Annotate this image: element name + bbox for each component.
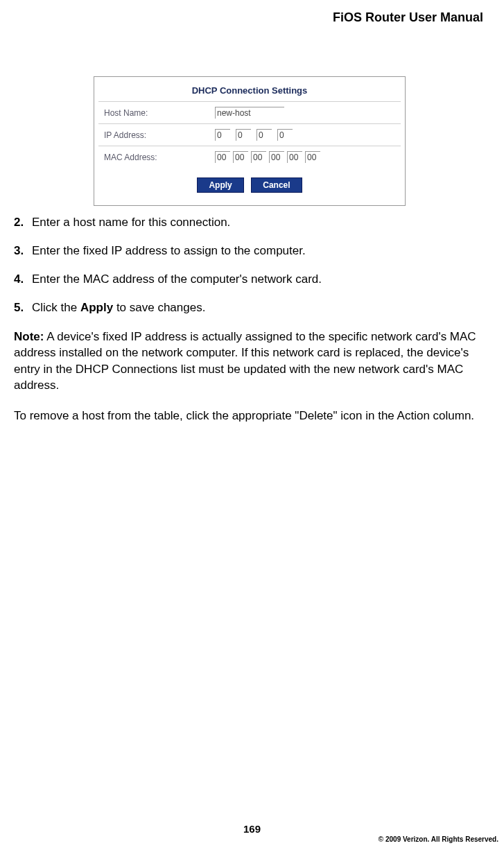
step-number: 4. xyxy=(14,272,32,288)
host-name-input[interactable] xyxy=(215,107,284,119)
dhcp-settings-figure: DHCP Connection Settings Host Name: IP A… xyxy=(94,76,406,206)
mac-address-label: MAC Address: xyxy=(104,153,215,162)
remove-host-paragraph: To remove a host from the table, click t… xyxy=(14,408,483,424)
note-label: Note: xyxy=(14,330,44,343)
page-number: 169 xyxy=(0,823,504,835)
mac-address-row: MAC Address: xyxy=(98,146,401,168)
cancel-button[interactable]: Cancel xyxy=(251,177,302,193)
step-text: Enter the MAC address of the computer's … xyxy=(32,272,483,288)
host-name-label: Host Name: xyxy=(104,108,215,118)
step-3: 3. Enter the fixed IP address to assign … xyxy=(14,243,483,259)
ip-octet-4[interactable] xyxy=(277,129,293,141)
apply-button[interactable]: Apply xyxy=(197,177,243,193)
mac-octet-1[interactable] xyxy=(215,151,230,163)
note-paragraph: Note: A device's fixed IP address is act… xyxy=(14,329,483,394)
host-name-row: Host Name: xyxy=(98,101,401,123)
step-4: 4. Enter the MAC address of the computer… xyxy=(14,272,483,288)
step-number: 3. xyxy=(14,243,32,259)
mac-octet-2[interactable] xyxy=(233,151,248,163)
note-text: A device's fixed IP address is actually … xyxy=(14,330,476,392)
ip-address-label: IP Address: xyxy=(104,130,215,140)
ip-octet-1[interactable] xyxy=(215,129,230,141)
mac-octet-6[interactable] xyxy=(305,151,320,163)
step-text-pre: Click the xyxy=(32,301,80,314)
step-text: Enter the fixed IP address to assign to … xyxy=(32,243,483,259)
step-text-bold: Apply xyxy=(80,301,113,314)
button-row: Apply Cancel xyxy=(98,168,401,201)
ip-address-row: IP Address: xyxy=(98,123,401,146)
mac-octet-3[interactable] xyxy=(251,151,266,163)
copyright-text: © 2009 Verizon. All Rights Reserved. xyxy=(379,835,498,843)
step-text-post: to save changes. xyxy=(113,301,205,314)
ip-octet-2[interactable] xyxy=(236,129,251,141)
body-content: 2. Enter a host name for this connection… xyxy=(14,215,483,437)
ip-octet-3[interactable] xyxy=(257,129,272,141)
step-text: Enter a host name for this connection. xyxy=(32,215,483,231)
step-text: Click the Apply to save changes. xyxy=(32,300,483,316)
mac-octet-4[interactable] xyxy=(269,151,284,163)
panel-title: DHCP Connection Settings xyxy=(98,81,401,101)
page-header-title: FiOS Router User Manual xyxy=(333,10,483,25)
step-number: 2. xyxy=(14,215,32,231)
step-5: 5. Click the Apply to save changes. xyxy=(14,300,483,316)
step-2: 2. Enter a host name for this connection… xyxy=(14,215,483,231)
step-number: 5. xyxy=(14,300,32,316)
mac-octet-5[interactable] xyxy=(287,151,302,163)
